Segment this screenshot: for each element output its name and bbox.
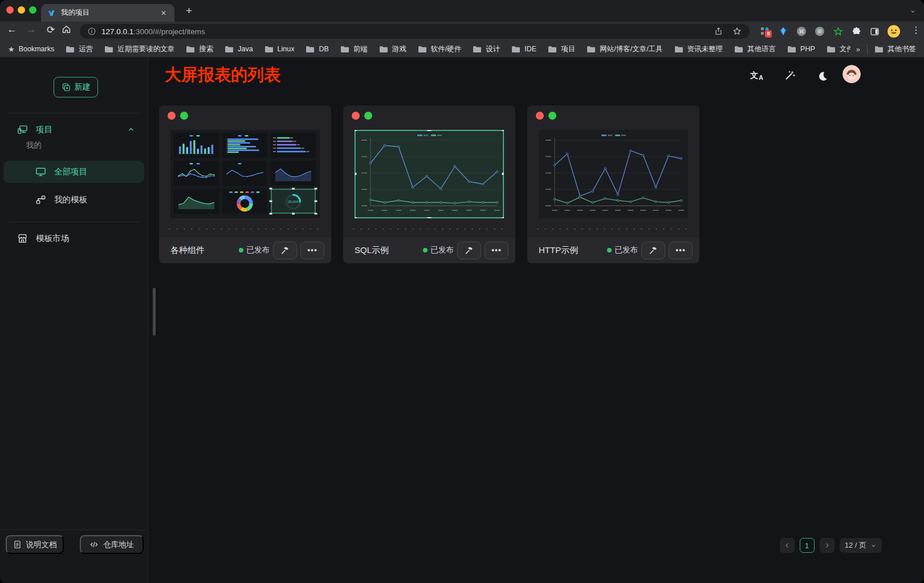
bookmark-folder[interactable]: 网站/博客/文章/工具 (587, 44, 662, 54)
bookmark-folder[interactable]: 游戏 (379, 44, 406, 54)
bookmark-folder[interactable]: 运营 (66, 44, 93, 54)
bookmark-folder[interactable]: 资讯未整理 (674, 44, 723, 54)
other-bookmarks-folder[interactable]: 其他书签 (874, 44, 916, 54)
back-button[interactable]: ← (5, 24, 19, 35)
browser-menu-icon[interactable]: ⋮ (911, 25, 921, 35)
bookmarks-bar: ★ Bookmarks 运营近期需要读的文章搜索JavaLinuxDB前端游戏软… (0, 41, 924, 58)
bookmark-folder[interactable]: DB (306, 45, 328, 53)
project-card[interactable]: HTTP示例 已发布 ••• (527, 105, 699, 263)
forward-button[interactable]: → (24, 24, 39, 35)
store-icon (17, 233, 28, 244)
sidebar-group-projects[interactable]: 项目 (0, 119, 148, 140)
current-page-button[interactable]: 1 (800, 538, 815, 553)
dotted-separator (534, 228, 693, 230)
bookmarks-manager[interactable]: ★ Bookmarks (8, 45, 54, 54)
project-card[interactable]: 25.00% 各种组件 已发布 ••• (159, 105, 331, 263)
browser-tab[interactable]: 我的项目 ✕ (41, 4, 174, 22)
reload-button[interactable]: ⟳ (43, 24, 58, 36)
side-panel-icon[interactable] (866, 23, 883, 39)
card-footer: HTTP示例 已发布 ••• (527, 237, 699, 263)
language-toggle-icon[interactable]: 文A (748, 68, 764, 84)
dark-mode-moon-icon[interactable] (815, 68, 831, 84)
project-thumbnail[interactable]: 25.00% (170, 130, 320, 218)
more-options-button[interactable]: ••• (300, 242, 324, 259)
sidebar-item-all-projects[interactable]: 全部项目 (3, 161, 144, 183)
new-tab-button[interactable]: + (182, 3, 196, 18)
bookmark-folder[interactable]: PHP (787, 45, 815, 53)
docs-button[interactable]: 说明文档 (6, 535, 64, 554)
scrollbar-thumb[interactable] (153, 288, 156, 336)
bookmark-folder[interactable]: 设计 (473, 44, 500, 54)
pagination: 1 12 / 页 (780, 538, 882, 553)
browser-toolbar: ← → ⟳ 127.0.0.1:3000/#/project/items 9 (0, 22, 924, 41)
folder-icon (340, 46, 349, 53)
project-thumbnail[interactable] (539, 130, 688, 218)
edit-project-button[interactable] (273, 242, 297, 259)
next-page-button[interactable] (820, 538, 835, 553)
folder-icon (225, 46, 234, 53)
bookmark-folder[interactable]: Java (225, 45, 253, 53)
user-avatar[interactable] (842, 65, 861, 83)
project-card[interactable]: SQL示例 已发布 ••• (343, 105, 515, 263)
bookmarks-overflow-icon[interactable]: » (856, 45, 860, 54)
tab-search-icon[interactable]: ⌄ (910, 6, 916, 14)
page-title: 大屏报表的列表 (165, 64, 280, 87)
sidebar-item-my-templates[interactable]: 我的模板 (3, 189, 144, 211)
project-card-list: 25.00% 各种组件 已发布 ••• SQL示例 已发布 (159, 105, 699, 263)
bookmark-folder[interactable]: 其他语言 (734, 44, 776, 54)
folder-icon (66, 46, 75, 53)
profile-avatar-icon[interactable] (885, 23, 902, 39)
extensions-puzzle-icon[interactable] (848, 23, 865, 39)
bookmark-folder[interactable]: Linux (264, 45, 295, 53)
bookmark-star-icon[interactable] (732, 27, 742, 36)
project-thumbnail[interactable] (355, 130, 504, 218)
extension-command-icon[interactable]: ⌘ (793, 23, 810, 39)
template-flow-icon (35, 194, 46, 205)
project-name: SQL示例 (355, 245, 389, 256)
folder-icon (306, 46, 315, 53)
card-red-dot (536, 112, 544, 120)
sidebar-item-label: 模板市场 (36, 233, 69, 244)
bookmark-folder[interactable]: 搜索 (186, 44, 213, 54)
folder-icon (874, 46, 884, 53)
svg-text:25.00%: 25.00% (288, 200, 299, 203)
status-dot (423, 248, 428, 252)
page-size-select[interactable]: 12 / 页 (840, 538, 882, 553)
more-options-button[interactable]: ••• (669, 242, 693, 259)
bookmark-folder[interactable]: 近期需要读的文章 (104, 44, 174, 54)
share-icon[interactable] (714, 27, 723, 36)
home-button[interactable] (62, 25, 76, 34)
sidebar-item-template-market[interactable]: 模板市场 (0, 228, 148, 248)
address-bar[interactable]: 127.0.0.1:3000/#/project/items (80, 24, 750, 39)
prev-page-button[interactable] (780, 538, 795, 553)
bookmark-folder[interactable]: 前端 (340, 44, 368, 54)
status-badge: 已发布 (239, 245, 270, 255)
folder-icon (587, 46, 596, 53)
edit-project-button[interactable] (457, 242, 481, 259)
edit-project-button[interactable] (641, 242, 665, 259)
chevron-down-icon (870, 543, 877, 549)
close-window-button[interactable] (6, 6, 14, 14)
svg-text:⌘: ⌘ (799, 28, 804, 35)
chevron-up-icon[interactable] (127, 125, 135, 133)
main-content: 大屏报表的列表 文A 25.00% 各种组件 已发布 (149, 58, 924, 583)
folder-icon (674, 46, 683, 53)
repository-button[interactable]: 仓库地址 (80, 535, 144, 554)
create-project-button[interactable]: 新建 (54, 77, 98, 97)
site-info-icon[interactable] (88, 27, 96, 35)
extension-record-icon[interactable] (811, 23, 828, 39)
zoom-window-button[interactable] (29, 6, 36, 14)
extension-gem-icon[interactable] (775, 23, 792, 39)
bookmark-folder[interactable]: IDE (511, 45, 536, 53)
extension-star-icon[interactable] (829, 23, 846, 39)
extension-grid-icon[interactable]: 9 (756, 23, 774, 39)
extension-badge: 9 (765, 30, 772, 38)
sidebar-sub-label: 我的 (26, 140, 42, 150)
bookmark-folder[interactable]: 项目 (548, 44, 575, 54)
more-options-button[interactable]: ••• (485, 242, 508, 259)
dotted-separator (166, 228, 324, 230)
bookmark-folder[interactable]: 软件/硬件 (418, 44, 461, 54)
tab-close-icon[interactable]: ✕ (158, 8, 169, 18)
magic-wand-icon[interactable] (781, 68, 797, 84)
minimize-window-button[interactable] (18, 6, 25, 14)
